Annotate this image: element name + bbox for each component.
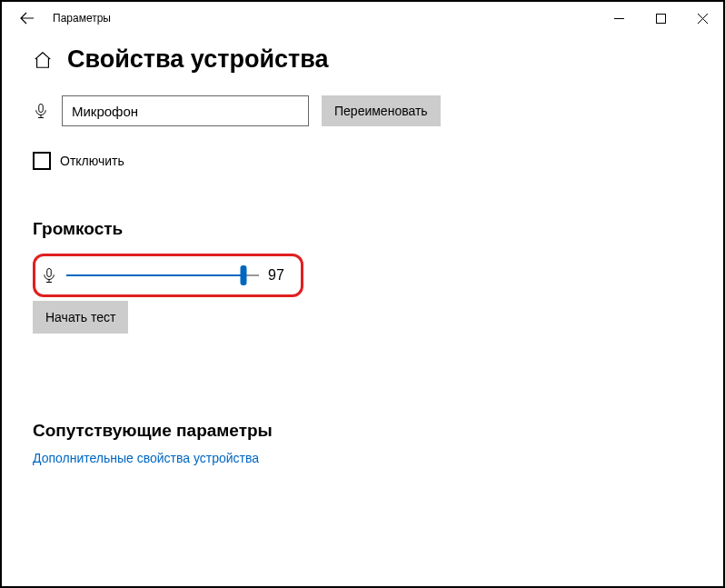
- microphone-icon: [41, 267, 57, 284]
- titlebar: Параметры: [2, 2, 723, 35]
- svg-rect-1: [39, 105, 44, 113]
- content: Свойства устройства Переименовать Отключ…: [2, 35, 723, 466]
- arrow-left-icon: [20, 11, 35, 25]
- disable-label: Отключить: [60, 154, 124, 168]
- back-button[interactable]: [16, 7, 38, 29]
- maximize-button[interactable]: [640, 2, 681, 35]
- rename-row: Переименовать: [33, 95, 692, 126]
- page-title: Свойства устройства: [67, 45, 329, 74]
- home-icon[interactable]: [33, 50, 53, 70]
- volume-slider[interactable]: [66, 266, 259, 284]
- device-name-input[interactable]: [62, 95, 309, 126]
- app-title: Параметры: [53, 12, 111, 25]
- volume-highlight: 97: [33, 254, 303, 297]
- disable-checkbox[interactable]: [33, 152, 51, 170]
- window-controls: [598, 2, 723, 35]
- start-test-button[interactable]: Начать тест: [33, 301, 128, 334]
- page-header: Свойства устройства: [33, 45, 692, 74]
- microphone-icon: [33, 103, 49, 119]
- additional-properties-link[interactable]: Дополнительные свойства устройства: [33, 451, 259, 465]
- minimize-icon: [614, 14, 624, 24]
- volume-value: 97: [268, 267, 292, 284]
- svg-rect-2: [47, 269, 52, 277]
- maximize-icon: [656, 14, 666, 24]
- disable-row[interactable]: Отключить: [33, 152, 692, 170]
- minimize-button[interactable]: [598, 2, 640, 35]
- related-header: Сопутствующие параметры: [33, 421, 692, 441]
- close-icon: [698, 14, 708, 24]
- rename-button[interactable]: Переименовать: [322, 95, 441, 126]
- volume-header: Громкость: [33, 219, 692, 239]
- close-button[interactable]: [681, 2, 723, 35]
- svg-rect-0: [656, 14, 665, 23]
